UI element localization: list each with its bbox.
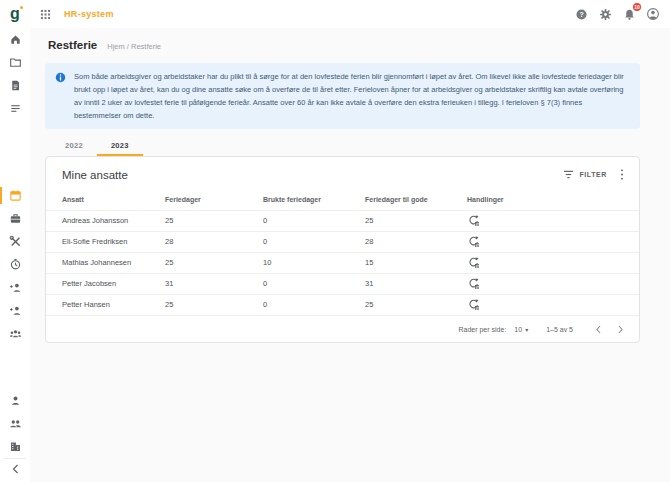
sidebar-item-time[interactable] [0,253,30,276]
cell-name: Petter Hansen [46,294,165,315]
sidebar-item-groups[interactable] [0,322,30,345]
table-row: Andreas Johansson 25 0 25 [46,210,639,231]
kebab-menu-icon [620,168,624,181]
employees-table: Ansatt Feriedager Brukte feriedager Feri… [46,190,639,315]
logo-dot [20,6,23,9]
rows-per-page-select[interactable]: 10 ▾ [514,326,528,333]
transfer-days-icon [467,277,480,290]
col-header-feriedager: Feriedager [165,190,263,210]
cell-til-gode: 28 [365,231,467,252]
account-button[interactable] [645,6,661,22]
notifications-button[interactable]: 10 [621,6,637,22]
sidebar-item-add-employee[interactable] [0,276,30,299]
tools-icon [9,235,22,248]
col-header-til-gode: Feriedager til gode [365,190,467,210]
cell-name: Mathias Johannesen [46,252,165,273]
cell-brukte: 0 [263,273,365,294]
app-title: HR-system [64,9,114,19]
groups-icon [9,327,22,340]
filter-button[interactable]: FILTER [563,170,607,179]
sidebar-item-list[interactable] [0,97,30,120]
card-header: Mine ansatte FILTER [46,157,639,190]
cell-feriedager: 31 [165,273,263,294]
sidebar-item-work[interactable] [0,207,30,230]
transfer-days-icon [467,214,480,227]
help-icon: ? [575,8,588,21]
cell-feriedager: 25 [165,294,263,315]
pagination-range: 1–5 av 5 [546,326,573,333]
chevron-right-icon [617,325,624,334]
sidebar-item-document[interactable] [0,74,30,97]
cell-feriedager: 25 [165,210,263,231]
tab-2022[interactable]: 2022 [51,135,97,156]
calendar-icon [9,189,22,202]
sidebar-item-folder[interactable] [0,51,30,74]
cell-brukte: 0 [263,210,365,231]
transfer-days-button[interactable] [467,256,480,269]
table-row: Eli-Sofie Fredriksen 28 0 28 [46,231,639,252]
briefcase-icon [9,212,22,225]
building-icon [9,440,22,453]
table-pagination: Rader per side: 10 ▾ 1–5 av 5 [46,315,639,342]
sidebar-item-organization[interactable] [0,435,30,458]
list-icon [9,102,22,115]
year-tabs: 2022 2023 [51,135,640,156]
table-row: Petter Jacobsen 31 0 31 [46,273,639,294]
app-logo[interactable]: g [10,6,20,22]
next-page-button[interactable] [613,322,627,336]
col-header-ansatt: Ansatt [46,190,165,210]
chevron-left-icon [595,325,602,334]
info-icon [55,72,66,83]
cell-feriedager: 25 [165,252,263,273]
cell-brukte: 10 [263,252,365,273]
svg-text:?: ? [579,10,583,17]
cell-feriedager: 28 [165,231,263,252]
tab-2023[interactable]: 2023 [97,135,143,156]
account-icon [646,7,660,21]
notification-badge: 10 [633,3,641,11]
transfer-days-button[interactable] [467,235,480,248]
info-banner-text: Som både arbeidsgiver og arbeidstaker ha… [74,70,626,122]
sidebar-item-calendar[interactable] [0,184,30,207]
sidebar-item-add-person[interactable] [0,299,30,322]
transfer-days-icon [467,256,480,269]
transfer-days-button[interactable] [467,277,480,290]
app-logo-letter: g [10,5,20,22]
cell-til-gode: 15 [365,252,467,273]
breadcrumb: Hjem / Restferie [107,42,161,51]
apps-menu-button[interactable] [40,9,51,20]
info-banner: Som både arbeidsgiver og arbeidstaker ha… [45,63,640,129]
transfer-days-button[interactable] [467,298,480,311]
sidebar-collapse-button[interactable] [11,464,20,474]
apps-grid-icon [40,9,51,20]
sidebar-item-profile[interactable] [0,389,30,412]
top-bar: g HR-system ? [0,0,670,28]
transfer-days-icon [467,235,480,248]
home-icon [9,33,22,46]
col-header-handlinger: Handlinger [467,190,639,210]
sidebar-collapse [4,458,26,482]
gear-icon [599,8,612,21]
sidebar-item-tools[interactable] [0,230,30,253]
settings-button[interactable] [597,6,613,22]
col-header-brukte: Brukte feriedager [263,190,365,210]
chevron-left-icon [11,464,20,474]
cell-til-gode: 31 [365,273,467,294]
folder-icon [9,56,22,69]
previous-page-button[interactable] [591,322,605,336]
rows-per-page-value: 10 [514,326,522,333]
main-content: Restferie Hjem / Restferie Som både arbe… [30,28,670,482]
help-button[interactable]: ? [573,6,589,22]
people-icon [9,417,22,430]
card-menu-button[interactable] [618,168,626,181]
transfer-days-button[interactable] [467,214,480,227]
sidebar [0,28,30,482]
sidebar-item-home[interactable] [0,28,30,51]
transfer-days-icon [467,298,480,311]
cell-name: Petter Jacobsen [46,273,165,294]
sidebar-item-people[interactable] [0,412,30,435]
person-add-icon [9,281,22,294]
card-title: Mine ansatte [62,169,128,181]
caret-down-icon: ▾ [525,326,528,333]
cell-til-gode: 25 [365,210,467,231]
